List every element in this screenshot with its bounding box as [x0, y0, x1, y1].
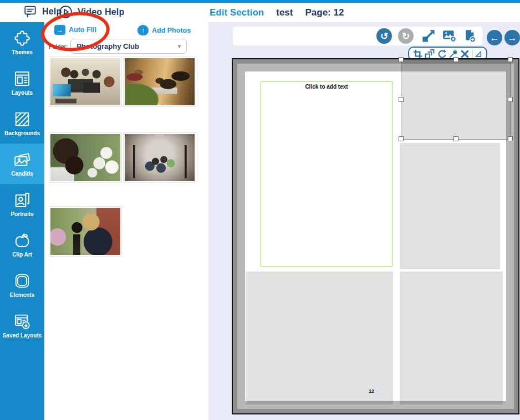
sidebar-item-backgrounds[interactable]: Backgrounds [0, 103, 44, 144]
sidebar-item-saved-layouts[interactable]: Saved Layouts [0, 305, 44, 346]
redo-button[interactable]: ↻ [398, 28, 414, 44]
sidebar-item-label: Candids [11, 171, 33, 177]
upload-arrow-icon: ↑ [137, 25, 149, 35]
sidebar-item-label: Elements [10, 293, 34, 299]
undo-icon: ↺ [380, 32, 388, 41]
toolbar-divider [472, 50, 472, 58]
photo-image [125, 58, 195, 105]
photo-thumbnail-girl-with-tripod[interactable] [49, 206, 122, 257]
add-photos-button[interactable]: ↑ Add Photos [137, 25, 191, 35]
help-button[interactable]: Help [23, 4, 62, 19]
undo-button[interactable]: ↺ [376, 28, 392, 44]
image-placeholder-bottom-left[interactable] [246, 272, 393, 404]
page-number-label: 12 [364, 388, 379, 394]
next-page-button[interactable]: → [504, 30, 520, 45]
auto-fill-arrow-icon: → [54, 25, 65, 35]
add-page-item-icon[interactable] [463, 29, 478, 43]
sidebar-item-layouts[interactable]: Layouts [0, 63, 44, 103]
resize-handle-middle-right[interactable] [508, 97, 513, 102]
page-spread-canvas: Click to add text 12 [232, 58, 519, 414]
header-bar: Help Video Help Edit Section test Page: … [0, 3, 520, 22]
photo-thumbnail-students-at-computers[interactable] [49, 57, 122, 107]
folder-label: Folder: [49, 43, 68, 50]
video-help-button[interactable]: Video Help [58, 4, 124, 19]
photo-image [50, 208, 120, 255]
chevron-down-icon: ▾ [178, 43, 181, 50]
sidebar-item-label: Themes [12, 50, 33, 56]
rounded-square-icon [12, 272, 32, 290]
apple-icon [12, 231, 32, 250]
arrow-left-icon: ← [490, 33, 499, 43]
sidebar-item-elements[interactable]: Elements [0, 265, 44, 305]
sidebar-item-clip-art[interactable]: Clip Art [0, 224, 44, 265]
auto-fill-label: Auto Fill [69, 26, 96, 34]
stacked-photos-icon [12, 150, 32, 169]
sidebar-item-label: Clip Art [12, 252, 32, 258]
sidebar-item-label: Backgrounds [4, 131, 40, 137]
photo-thumbnail-photographers-outdoors[interactable] [123, 57, 196, 107]
sidebar-item-portraits[interactable]: Portraits [0, 184, 44, 224]
auto-fill-button[interactable]: → Auto Fill [54, 25, 96, 35]
sidebar-item-themes[interactable]: Themes [0, 22, 44, 63]
corner-resize-icon[interactable] [475, 50, 482, 58]
resize-handle-bottom-right[interactable] [508, 136, 513, 141]
app-window: Help Video Help Edit Section test Page: … [0, 0, 520, 420]
sidebar-item-label: Saved Layouts [3, 333, 42, 339]
arrange-layers-icon[interactable] [425, 49, 435, 59]
sidebar-item-label: Portraits [11, 212, 33, 218]
photo-image [50, 58, 120, 105]
section-name: test [276, 7, 293, 18]
canvas-toolbar: ↺ ↻ [233, 27, 482, 45]
tool-sidebar: Themes Layouts Backgrounds [0, 22, 44, 420]
puzzle-icon [12, 29, 32, 48]
resize-handle-middle-left[interactable] [399, 97, 404, 102]
photo-thumbnail-group-photo-studio[interactable] [123, 132, 196, 183]
image-placeholder-right-middle[interactable] [400, 143, 500, 269]
photo-image [125, 134, 195, 181]
candids-photo-panel: → Auto Fill ↑ Add Photos Folder: Photogr… [44, 22, 208, 420]
hatched-square-icon [12, 110, 32, 129]
sidebar-item-candids[interactable]: Candids [0, 144, 44, 184]
image-placeholder-bottom-right[interactable] [400, 272, 503, 404]
arrow-right-icon: → [508, 33, 517, 43]
folder-dropdown[interactable]: Photography Club ▾ [70, 39, 187, 54]
edit-section-link[interactable]: Edit Section [210, 7, 264, 18]
photo-image [50, 134, 120, 181]
bleed-band-bottom [233, 409, 518, 413]
crop-icon[interactable] [413, 49, 422, 59]
play-circle-icon [58, 4, 73, 19]
bleed-band-right [514, 64, 518, 409]
delete-x-icon[interactable] [460, 49, 470, 59]
resize-handle-top-right[interactable] [508, 57, 513, 62]
text-frame[interactable]: Click to add text [261, 81, 392, 267]
portrait-card-icon [12, 191, 32, 209]
video-help-label: Video Help [78, 7, 124, 17]
photo-thumbnail-girl-photographing-flowers[interactable] [49, 132, 122, 183]
rotate-icon[interactable] [437, 49, 446, 59]
margin-band-left [237, 71, 245, 401]
scale-object-icon[interactable] [421, 29, 436, 43]
add-image-frame-icon[interactable] [442, 29, 457, 43]
redo-icon: ↻ [402, 32, 410, 41]
page-title-group: Edit Section test Page: 12 [210, 7, 344, 18]
layout-grid-icon [12, 69, 32, 88]
resize-handle-bottom-left[interactable] [399, 136, 404, 141]
bleed-band-left [233, 64, 237, 409]
resize-handle-bottom-center[interactable] [453, 136, 458, 141]
folder-dropdown-value: Photography Club [77, 42, 139, 50]
speech-bubble-icon [23, 4, 38, 19]
add-photos-label: Add Photos [152, 27, 191, 34]
previous-page-button[interactable]: ← [487, 30, 502, 45]
layout-download-icon [12, 312, 32, 331]
sidebar-item-label: Layouts [12, 90, 33, 96]
selected-image-frame[interactable] [401, 59, 511, 140]
text-frame-placeholder: Click to add text [261, 84, 392, 90]
resize-handle-top-center[interactable] [453, 57, 458, 62]
resize-handle-top-left[interactable] [399, 57, 404, 62]
page-indicator: Page: 12 [305, 7, 344, 18]
